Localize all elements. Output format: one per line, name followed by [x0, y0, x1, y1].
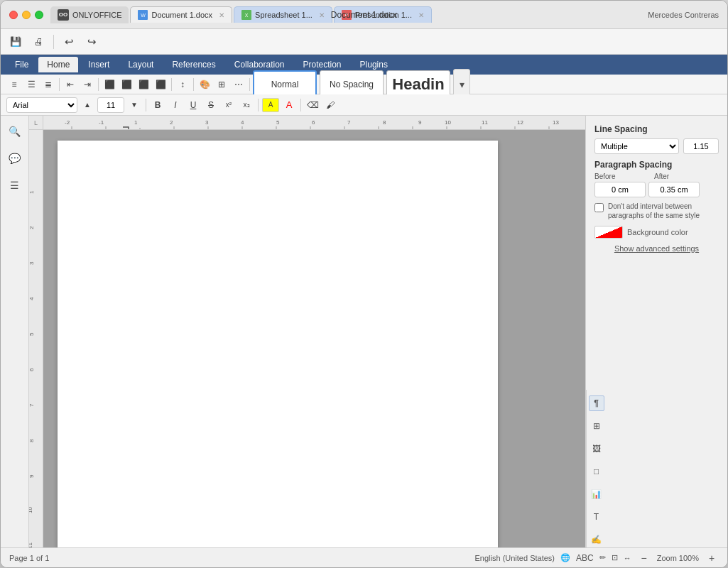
align-justify-button[interactable]: ⬛: [153, 77, 168, 92]
panel-icons-column: ¶ ⊞ 🖼 □ 📊 T ✍: [586, 390, 606, 547]
list-unordered-button[interactable]: ≡: [6, 77, 22, 92]
tab-document-close[interactable]: ✕: [219, 11, 224, 19]
svg-text:1: 1: [29, 190, 35, 194]
align-right-button[interactable]: ⬛: [136, 77, 151, 92]
language-label[interactable]: English (United States): [475, 554, 555, 562]
ribbon-tab-references[interactable]: References: [163, 57, 224, 72]
ribbon-tab-file[interactable]: File: [6, 57, 37, 72]
bold-button[interactable]: B: [150, 97, 165, 113]
zoom-in-button[interactable]: +: [705, 551, 719, 565]
language-globe-icon[interactable]: 🌐: [560, 553, 570, 562]
superscript-button[interactable]: x²: [221, 97, 237, 113]
line-spacing-select[interactable]: Multiple Single 1.5 lines Double At Leas…: [594, 138, 679, 154]
status-bar: Page 1 of 1 English (United States) 🌐 AB…: [1, 547, 727, 567]
maximize-button[interactable]: [35, 11, 43, 19]
edit-mode-icon[interactable]: ✏: [599, 553, 606, 562]
print-button[interactable]: 🖨: [29, 33, 48, 51]
ruler-corner-icon: L: [29, 116, 43, 129]
comments-sidebar-button[interactable]: 💬: [5, 148, 25, 168]
font-color-button[interactable]: A: [281, 97, 297, 113]
sep3: [171, 78, 172, 91]
svg-text:6: 6: [312, 119, 315, 126]
zoom-out-button[interactable]: −: [637, 551, 651, 565]
bg-color-swatch[interactable]: [594, 226, 623, 239]
svg-text:10: 10: [29, 507, 33, 513]
align-center-button[interactable]: ⬛: [119, 77, 134, 92]
svg-text:9: 9: [418, 119, 422, 126]
document-page[interactable]: [58, 141, 498, 547]
close-button[interactable]: [9, 11, 18, 19]
tab-spreadsheet-close[interactable]: ✕: [319, 11, 325, 19]
panel-signature-icon[interactable]: ✍: [589, 532, 604, 547]
list-multilevel-button[interactable]: ≣: [40, 77, 56, 92]
svg-text:3: 3: [205, 119, 209, 126]
document-scroll-area[interactable]: 1 2 3 4 5 6 7 8 9 10 11 12: [29, 130, 585, 547]
svg-text:4: 4: [241, 119, 244, 126]
more-button[interactable]: ⋯: [231, 77, 246, 92]
page-container: [43, 130, 512, 547]
italic-button[interactable]: I: [168, 97, 183, 113]
panel-chart-icon[interactable]: 📊: [589, 486, 604, 502]
doc-icon: W: [138, 10, 148, 20]
panel-paragraph-icon[interactable]: ¶: [589, 395, 604, 411]
strikethrough-button[interactable]: S: [203, 97, 219, 113]
font-size-input[interactable]: [97, 97, 124, 113]
search-sidebar-button[interactable]: 🔍: [5, 121, 25, 141]
checkbox-row: Don't add interval between paragraphs of…: [594, 202, 719, 220]
before-label: Before: [594, 173, 651, 180]
svg-text:5: 5: [276, 119, 280, 126]
ribbon-tab-layout[interactable]: Layout: [119, 57, 162, 72]
svg-text:10: 10: [445, 119, 451, 126]
search-icon: 🔍: [9, 126, 21, 137]
font-size-down-button[interactable]: ▲: [80, 97, 95, 113]
spellcheck-icon[interactable]: ABC: [576, 553, 594, 563]
minimize-button[interactable]: [22, 11, 31, 19]
left-sidebar: 🔍 💬 ☰: [1, 116, 29, 547]
panel-image-icon[interactable]: 🖼: [589, 441, 604, 457]
spacing-after-input[interactable]: [648, 182, 700, 197]
copy-style-button[interactable]: 🖌: [322, 97, 338, 113]
navigation-sidebar-button[interactable]: ☰: [5, 175, 25, 195]
line-spacing-title: Line Spacing: [594, 124, 719, 134]
same-style-checkbox[interactable]: [594, 203, 604, 212]
tab-document[interactable]: W Document 1.docx ✕: [130, 6, 232, 23]
style-no-spacing-text: No Spacing: [330, 80, 374, 89]
ruler-h: -2 -1 1 2 3 4 5 6 7 8 9 10: [43, 116, 585, 129]
undo-button[interactable]: ↩: [60, 33, 78, 51]
borders-button[interactable]: ⊞: [214, 77, 229, 92]
line-spacing-button[interactable]: ↕: [175, 77, 190, 92]
spreadsheet-icon: X: [241, 10, 251, 20]
fit-page-icon[interactable]: ⊡: [612, 553, 618, 562]
line-spacing-value-input[interactable]: [683, 138, 719, 154]
show-advanced-link[interactable]: Show advanced settings: [594, 244, 719, 253]
tab-spreadsheet[interactable]: X Spreadsheet 1... ✕: [234, 6, 332, 23]
panel-text-icon[interactable]: T: [589, 509, 604, 525]
fit-width-icon[interactable]: ↔: [624, 554, 631, 562]
panel-shape-icon[interactable]: □: [589, 464, 604, 479]
font-family-select[interactable]: Arial: [6, 97, 77, 113]
font-size-up-button[interactable]: ▼: [126, 97, 142, 113]
redo-button[interactable]: ↪: [82, 33, 101, 51]
vertical-ruler: 1 2 3 4 5 6 7 8 9 10 11 12: [29, 130, 43, 547]
line-spacing-row: Multiple Single 1.5 lines Double At Leas…: [594, 138, 719, 154]
panel-table-icon[interactable]: ⊞: [589, 418, 604, 434]
zoom-label: Zoom 100%: [657, 554, 699, 562]
decrease-indent-button[interactable]: ⇤: [63, 77, 78, 92]
spacing-before-input[interactable]: [594, 182, 646, 197]
save-button[interactable]: 💾: [6, 33, 25, 51]
ribbon-tab-home[interactable]: Home: [38, 57, 78, 72]
clear-formatting-button[interactable]: ⌫: [305, 97, 320, 113]
underline-button[interactable]: U: [185, 97, 201, 113]
bg-color-label: Background color: [627, 228, 688, 236]
ribbon-tab-insert[interactable]: Insert: [80, 57, 118, 72]
subscript-button[interactable]: x₂: [239, 97, 254, 113]
list-ordered-button[interactable]: ☰: [23, 77, 39, 92]
highlight-color-button[interactable]: A: [262, 98, 279, 112]
align-left-button[interactable]: ⬛: [102, 77, 117, 92]
increase-indent-button[interactable]: ⇥: [80, 77, 95, 92]
bg-color-top-button[interactable]: 🎨: [197, 77, 212, 92]
tab-onlyoffice[interactable]: OO ONLYOFFICE: [50, 6, 129, 23]
before-after-labels: Before After: [594, 173, 719, 180]
tab-presentation-close[interactable]: ✕: [418, 11, 424, 19]
before-after-inputs: [594, 182, 719, 197]
